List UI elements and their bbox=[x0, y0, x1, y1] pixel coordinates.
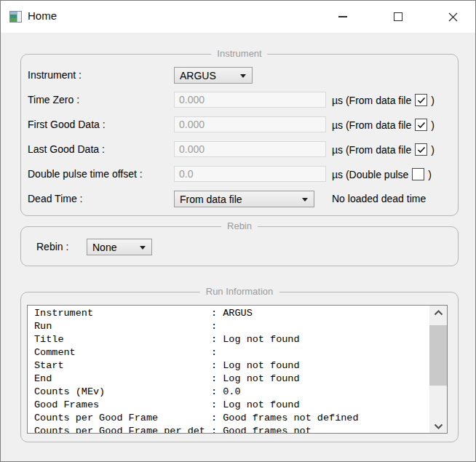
instrument-label: Instrument : bbox=[28, 67, 82, 84]
last-good-data-suffix-text: µs (From data file bbox=[332, 144, 411, 156]
run-information-group-title: Run Information bbox=[200, 286, 279, 297]
caret-down-icon bbox=[302, 198, 308, 202]
time-zero-from-file-checkbox[interactable] bbox=[415, 94, 427, 106]
dead-time-label: Dead Time : bbox=[28, 191, 82, 207]
close-icon bbox=[448, 12, 458, 22]
last-good-data-suffix: µs (From data file ) bbox=[332, 141, 435, 158]
dead-time-status: No loaded dead time bbox=[332, 191, 426, 207]
first-good-data-from-file-checkbox[interactable] bbox=[415, 119, 427, 131]
run-information-scrollbar[interactable] bbox=[429, 306, 447, 433]
rebin-group: Rebin Rebin : None bbox=[20, 226, 459, 266]
first-good-data-suffix: µs (From data file ) bbox=[332, 116, 435, 133]
close-button[interactable] bbox=[441, 6, 464, 28]
chevron-up-icon bbox=[434, 310, 443, 316]
app-icon bbox=[9, 11, 22, 23]
rebin-select[interactable]: None bbox=[87, 239, 152, 255]
instrument-group-title: Instrument bbox=[211, 48, 267, 59]
scroll-up-button[interactable] bbox=[429, 306, 447, 319]
instrument-select-value: ARGUS bbox=[180, 70, 216, 81]
run-information-group: Run Information Instrument : ARGUS Run :… bbox=[20, 292, 459, 442]
last-good-data-suffix-close: ) bbox=[431, 144, 435, 156]
double-pulse-label: Double pulse time offset : bbox=[28, 166, 143, 183]
scrollbar-thumb[interactable] bbox=[429, 325, 447, 386]
check-icon bbox=[417, 146, 426, 154]
last-good-data-from-file-checkbox[interactable] bbox=[415, 143, 427, 156]
double-pulse-offset-input[interactable] bbox=[174, 166, 326, 182]
first-good-data-suffix-close: ) bbox=[431, 119, 435, 131]
last-good-data-label: Last Good Data : bbox=[28, 141, 105, 158]
run-information-text: Instrument : ARGUS Run : Title : Log not… bbox=[28, 306, 447, 434]
last-good-data-input[interactable] bbox=[174, 141, 326, 157]
maximize-button[interactable] bbox=[386, 6, 410, 28]
minimize-button[interactable] bbox=[331, 6, 354, 28]
home-window: Home Instrument Instrument : ARGUS Time … bbox=[0, 0, 476, 462]
instrument-select[interactable]: ARGUS bbox=[174, 67, 253, 84]
window-title: Home bbox=[28, 9, 57, 22]
caret-down-icon bbox=[140, 246, 146, 250]
first-good-data-input[interactable] bbox=[174, 116, 326, 132]
double-pulse-suffix: µs (Double pulse ) bbox=[332, 166, 432, 183]
titlebar: Home bbox=[1, 1, 475, 33]
time-zero-label: Time Zero : bbox=[28, 92, 79, 108]
scroll-down-button[interactable] bbox=[429, 419, 447, 433]
time-zero-suffix-close: ) bbox=[431, 95, 435, 106]
check-icon bbox=[417, 97, 426, 104]
first-good-data-label: First Good Data : bbox=[28, 116, 106, 133]
chevron-down-icon bbox=[434, 423, 443, 429]
maximize-icon bbox=[394, 12, 402, 21]
double-pulse-suffix-text: µs (Double pulse bbox=[332, 169, 408, 180]
time-zero-suffix-text: µs (From data file bbox=[332, 95, 411, 106]
dead-time-select-value: From data file bbox=[180, 194, 242, 205]
caret-down-icon bbox=[240, 74, 246, 78]
dead-time-select[interactable]: From data file bbox=[174, 191, 314, 207]
rebin-select-value: None bbox=[92, 242, 116, 253]
double-pulse-suffix-close: ) bbox=[428, 169, 432, 180]
time-zero-input[interactable] bbox=[174, 92, 326, 108]
rebin-label: Rebin : bbox=[36, 239, 68, 255]
minimize-icon bbox=[338, 16, 347, 17]
check-icon bbox=[417, 122, 426, 129]
rebin-group-title: Rebin bbox=[221, 220, 258, 231]
instrument-group: Instrument Instrument : ARGUS Time Zero … bbox=[20, 54, 459, 216]
double-pulse-checkbox[interactable] bbox=[412, 168, 424, 180]
run-information-textbox[interactable]: Instrument : ARGUS Run : Title : Log not… bbox=[27, 305, 448, 434]
time-zero-suffix: µs (From data file ) bbox=[332, 92, 435, 108]
first-good-data-suffix-text: µs (From data file bbox=[332, 119, 411, 131]
